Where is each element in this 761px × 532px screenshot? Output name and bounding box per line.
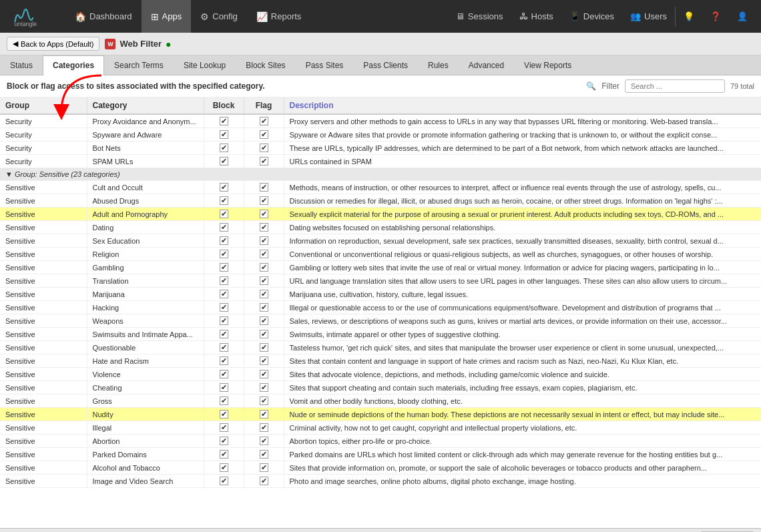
tab-view-reports[interactable]: View Reports — [514, 55, 581, 75]
tab-site-lookup[interactable]: Site Lookup — [174, 55, 236, 75]
cell-flag[interactable]: ✔ — [244, 234, 284, 248]
cell-block[interactable]: ✔ — [204, 114, 244, 128]
flag-checkbox[interactable]: ✔ — [260, 303, 268, 312]
block-checkbox[interactable]: ✔ — [220, 396, 228, 405]
block-checkbox[interactable]: ✔ — [220, 370, 228, 378]
cell-block[interactable]: ✔ — [204, 142, 244, 155]
cell-block[interactable]: ✔ — [204, 341, 244, 354]
cell-flag[interactable]: ✔ — [244, 142, 284, 155]
flag-checkbox[interactable]: ✔ — [260, 396, 268, 405]
categories-table-container[interactable]: Group Category Block Flag Description Se… — [0, 97, 761, 528]
table-row[interactable]: Sensitive Hacking ✔ ✔ Illegal or questio… — [0, 301, 761, 314]
block-checkbox[interactable]: ✔ — [220, 343, 228, 352]
cell-flag[interactable]: ✔ — [244, 368, 284, 381]
cell-block[interactable]: ✔ — [204, 208, 244, 221]
table-row[interactable]: Sensitive Sex Education ✔ ✔ Information … — [0, 234, 761, 248]
flag-checkbox[interactable]: ✔ — [260, 383, 268, 392]
flag-checkbox[interactable]: ✔ — [260, 276, 268, 285]
flag-checkbox[interactable]: ✔ — [260, 117, 268, 125]
table-row[interactable]: Security Spyware and Adware ✔ ✔ Spyware … — [0, 128, 761, 142]
cell-block[interactable]: ✔ — [204, 128, 244, 142]
table-row[interactable]: Sensitive Parked Domains ✔ ✔ Parked doma… — [0, 448, 761, 461]
flag-checkbox[interactable]: ✔ — [260, 236, 268, 245]
nav-help[interactable]: ❓ — [702, 0, 729, 33]
block-checkbox[interactable]: ✔ — [220, 450, 228, 459]
cell-flag[interactable]: ✔ — [244, 181, 284, 194]
cell-flag[interactable]: ✔ — [244, 475, 284, 488]
block-checkbox[interactable]: ✔ — [220, 130, 228, 139]
cell-block[interactable]: ✔ — [204, 194, 244, 208]
table-row[interactable]: Sensitive Dating ✔ ✔ Dating websites foc… — [0, 221, 761, 234]
flag-checkbox[interactable]: ✔ — [260, 223, 268, 232]
tab-categories[interactable]: Categories — [43, 55, 104, 75]
block-checkbox[interactable]: ✔ — [220, 157, 228, 166]
table-row[interactable]: Sensitive Abortion ✔ ✔ Abortion topics, … — [0, 435, 761, 448]
block-checkbox[interactable]: ✔ — [220, 276, 228, 285]
nav-dashboard[interactable]: 🏠 Dashboard — [65, 0, 142, 33]
block-checkbox[interactable]: ✔ — [220, 263, 228, 272]
table-row[interactable]: Sensitive Marijuana ✔ ✔ Marijuana use, c… — [0, 288, 761, 301]
cell-block[interactable]: ✔ — [204, 368, 244, 381]
nav-hosts[interactable]: 🖧 Hosts — [511, 0, 561, 33]
nav-sessions[interactable]: 🖥 Sessions — [448, 0, 511, 33]
cell-flag[interactable]: ✔ — [244, 341, 284, 354]
block-checkbox[interactable]: ✔ — [220, 144, 228, 152]
nav-apps[interactable]: ⊞ Apps — [142, 0, 192, 33]
table-row[interactable]: Sensitive Abused Drugs ✔ ✔ Discussion or… — [0, 194, 761, 208]
cell-block[interactable]: ✔ — [204, 234, 244, 248]
flag-checkbox[interactable]: ✔ — [260, 250, 268, 258]
cell-flag[interactable]: ✔ — [244, 221, 284, 234]
cell-flag[interactable]: ✔ — [244, 328, 284, 341]
flag-checkbox[interactable]: ✔ — [260, 290, 268, 298]
cell-flag[interactable]: ✔ — [244, 394, 284, 408]
block-checkbox[interactable]: ✔ — [220, 410, 228, 419]
flag-checkbox[interactable]: ✔ — [260, 463, 268, 472]
flag-checkbox[interactable]: ✔ — [260, 183, 268, 192]
cell-block[interactable]: ✔ — [204, 248, 244, 261]
cell-block[interactable]: ✔ — [204, 261, 244, 274]
cell-flag[interactable]: ✔ — [244, 194, 284, 208]
cell-block[interactable]: ✔ — [204, 288, 244, 301]
table-row[interactable]: Sensitive Swimsuits and Intimate Appa...… — [0, 328, 761, 341]
table-row[interactable]: Sensitive Weapons ✔ ✔ Sales, reviews, or… — [0, 314, 761, 328]
cell-block[interactable]: ✔ — [204, 314, 244, 328]
flag-checkbox[interactable]: ✔ — [260, 370, 268, 378]
nav-devices[interactable]: 📱 Devices — [561, 0, 622, 33]
cell-block[interactable]: ✔ — [204, 408, 244, 421]
tab-pass-sites[interactable]: Pass Sites — [296, 55, 354, 75]
nav-reports[interactable]: 📈 Reports — [247, 0, 311, 33]
nav-bulb[interactable]: 💡 — [676, 0, 702, 33]
cell-block[interactable]: ✔ — [204, 381, 244, 394]
block-checkbox[interactable]: ✔ — [220, 303, 228, 312]
table-row[interactable]: Sensitive Questionable ✔ ✔ Tasteless hum… — [0, 341, 761, 354]
table-row[interactable]: Security Bot Nets ✔ ✔ These are URLs, ty… — [0, 142, 761, 155]
table-row[interactable]: Sensitive Alcohol and Tobacco ✔ ✔ Sites … — [0, 461, 761, 475]
tab-pass-clients[interactable]: Pass Clients — [353, 55, 418, 75]
cell-flag[interactable]: ✔ — [244, 114, 284, 128]
cell-block[interactable]: ✔ — [204, 448, 244, 461]
table-row[interactable]: Security Proxy Avoidance and Anonym... ✔… — [0, 114, 761, 128]
flag-checkbox[interactable]: ✔ — [260, 330, 268, 338]
table-row[interactable]: Security SPAM URLs ✔ ✔ URLs contained in… — [0, 155, 761, 168]
tab-advanced[interactable]: Advanced — [459, 55, 514, 75]
cell-block[interactable]: ✔ — [204, 328, 244, 341]
nav-users[interactable]: 👥 Users — [622, 0, 675, 33]
cell-flag[interactable]: ✔ — [244, 208, 284, 221]
search-input[interactable] — [625, 79, 725, 93]
flag-checkbox[interactable]: ✔ — [260, 263, 268, 272]
cell-flag[interactable]: ✔ — [244, 261, 284, 274]
block-checkbox[interactable]: ✔ — [220, 196, 228, 205]
flag-checkbox[interactable]: ✔ — [260, 210, 268, 218]
table-row[interactable]: Sensitive Cheating ✔ ✔ Sites that suppor… — [0, 381, 761, 394]
table-row[interactable]: Sensitive Religion ✔ ✔ Conventional or u… — [0, 248, 761, 261]
table-row[interactable]: ▼ Group: Sensitive (23 categories) — [0, 168, 761, 181]
table-row[interactable]: Sensitive Violence ✔ ✔ Sites that advoca… — [0, 368, 761, 381]
block-checkbox[interactable]: ✔ — [220, 250, 228, 258]
table-row[interactable]: Sensitive Nudity ✔ ✔ Nude or seminude de… — [0, 408, 761, 421]
block-checkbox[interactable]: ✔ — [220, 290, 228, 298]
cell-block[interactable]: ✔ — [204, 461, 244, 475]
flag-checkbox[interactable]: ✔ — [260, 130, 268, 139]
flag-checkbox[interactable]: ✔ — [260, 196, 268, 205]
flag-checkbox[interactable]: ✔ — [260, 450, 268, 459]
cell-flag[interactable]: ✔ — [244, 381, 284, 394]
